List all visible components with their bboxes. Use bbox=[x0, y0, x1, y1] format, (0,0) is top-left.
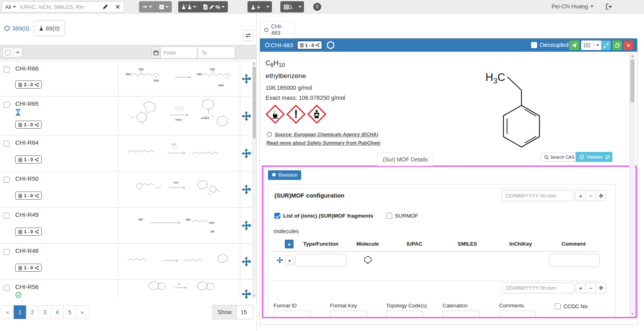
user-menu[interactable]: Pei-Chi Huang bbox=[551, 3, 594, 10]
list-item[interactable]: CHI-R48 1 - 0 bbox=[0, 243, 252, 279]
list-item[interactable]: CHI-R66 2 - 0 H3CCH3 CH3 H3CCH3 80% bbox=[0, 61, 252, 96]
comments-input[interactable] bbox=[499, 311, 536, 318]
delete-row-button[interactable]: x bbox=[286, 256, 294, 265]
report-edit-button[interactable]: % bbox=[200, 1, 228, 12]
row-checkbox[interactable] bbox=[4, 67, 10, 73]
scrollbar-thumb[interactable] bbox=[630, 59, 634, 103]
scroll-down-icon[interactable]: ▼ bbox=[630, 312, 635, 316]
surmof-date-input[interactable] bbox=[502, 283, 574, 293]
catenation-input[interactable] bbox=[443, 311, 479, 318]
add-entry-button[interactable]: + bbox=[576, 283, 586, 293]
page-5[interactable]: 5 bbox=[63, 305, 76, 319]
layout-options-button[interactable] bbox=[602, 152, 612, 162]
clear-search-button[interactable]: ✕ bbox=[112, 2, 124, 12]
close-button[interactable]: ✕ bbox=[624, 40, 633, 50]
move-entry-button[interactable] bbox=[596, 190, 606, 201]
date-from-input[interactable] bbox=[160, 46, 197, 59]
page-4[interactable]: 4 bbox=[51, 305, 64, 319]
scroll-down-icon[interactable]: ▼ bbox=[252, 294, 256, 298]
search-cas-button[interactable]: Search CAS bbox=[541, 153, 578, 161]
type-function-input[interactable] bbox=[295, 254, 346, 267]
ccdc-checkbox[interactable] bbox=[555, 303, 561, 309]
page-3[interactable]: 3 bbox=[38, 305, 51, 319]
add-sample-button[interactable]: + bbox=[248, 1, 264, 12]
topology-codes-input[interactable] bbox=[386, 311, 423, 318]
drag-handle[interactable] bbox=[240, 289, 252, 299]
mof-config-date-input[interactable] bbox=[502, 190, 574, 201]
add-entry-button[interactable]: + bbox=[576, 190, 586, 201]
comment-input[interactable] bbox=[549, 254, 600, 267]
date-filter-button[interactable] bbox=[151, 46, 160, 59]
revision-button[interactable]: Revision bbox=[268, 170, 301, 180]
analyses-badge[interactable]: 1 - 0 bbox=[15, 228, 42, 236]
select-all-dropdown[interactable] bbox=[13, 48, 22, 57]
format-key-input[interactable] bbox=[330, 311, 367, 318]
row-checkbox[interactable] bbox=[4, 141, 10, 147]
remove-entry-button[interactable]: − bbox=[586, 283, 596, 293]
add-sample-dropdown[interactable] bbox=[264, 1, 272, 12]
tab-reactions[interactable]: 389(0) bbox=[4, 25, 29, 32]
drag-handle[interactable] bbox=[240, 256, 252, 267]
detail-scrollbar[interactable]: ▲ ▼ bbox=[629, 53, 635, 317]
move-entry-button[interactable] bbox=[596, 283, 606, 293]
viewer-button[interactable]: Viewer bbox=[576, 152, 606, 162]
barcode-scan-button[interactable] bbox=[280, 1, 296, 12]
analyses-badge[interactable]: 1 - 0 bbox=[15, 121, 42, 129]
list-item[interactable]: CHI-R50 1 - 0 O O bbox=[0, 171, 252, 207]
analyses-badge[interactable]: 2 - 0 bbox=[15, 81, 42, 89]
drag-handle[interactable] bbox=[240, 220, 252, 231]
analyses-badge[interactable]: 1 - 0 bbox=[15, 192, 42, 200]
drag-handle[interactable] bbox=[240, 111, 252, 122]
fragments-checkbox[interactable] bbox=[274, 213, 280, 219]
pubchem-safety-link[interactable]: Read more about Safety Summary from PubC… bbox=[266, 139, 380, 146]
page-1[interactable]: 1 bbox=[14, 305, 26, 319]
page-prev[interactable]: « bbox=[1, 305, 14, 319]
analyses-badge[interactable]: 1 - 0 bbox=[15, 264, 42, 272]
edit-search-button[interactable] bbox=[99, 2, 112, 12]
row-drag-handle[interactable] bbox=[276, 256, 284, 264]
list-item[interactable]: CHI-R49 1 - 0 H2 H3C CH3 0% bbox=[0, 207, 252, 243]
remove-entry-button[interactable]: − bbox=[586, 190, 596, 201]
list-item[interactable]: CHI-R56 o bbox=[0, 279, 252, 299]
surmof-checkbox[interactable] bbox=[386, 213, 392, 219]
tab-mof-details-active[interactable]: (Sur) MOF Details bbox=[377, 153, 433, 166]
list-scrollbar[interactable]: ▲ ▼ bbox=[252, 61, 256, 299]
list-options-button[interactable] bbox=[243, 30, 254, 41]
format-id-input[interactable] bbox=[274, 311, 310, 318]
scroll-up-icon[interactable]: ▲ bbox=[252, 62, 256, 65]
page-next[interactable]: » bbox=[76, 305, 89, 319]
select-all-checkbox[interactable] bbox=[5, 50, 10, 55]
drag-handle[interactable] bbox=[240, 184, 252, 195]
notification-count-badge[interactable]: 0 bbox=[313, 3, 321, 11]
row-checkbox[interactable] bbox=[4, 177, 10, 183]
tab-samples[interactable]: 69(0) bbox=[34, 20, 65, 36]
row-checkbox[interactable] bbox=[4, 213, 10, 219]
barcode-dropdown[interactable] bbox=[593, 40, 602, 50]
remove-from-collection-button[interactable] bbox=[156, 1, 172, 12]
decoupled-checkbox[interactable] bbox=[531, 42, 537, 48]
row-checkbox[interactable] bbox=[4, 102, 10, 108]
tab-sample-chi-483[interactable]: CHI-483 bbox=[260, 21, 295, 38]
page-size-input[interactable]: 15 bbox=[237, 305, 254, 319]
list-item[interactable]: CHI-R65 1 - 0 744 h O=S=O bbox=[0, 96, 252, 135]
move-to-collection-button[interactable] bbox=[139, 1, 156, 12]
row-checkbox[interactable] bbox=[4, 249, 10, 255]
sample-transfer-button[interactable] bbox=[178, 1, 200, 12]
copy-button[interactable] bbox=[612, 40, 622, 50]
molecule-structure-icon[interactable] bbox=[364, 256, 372, 264]
date-to-input[interactable] bbox=[198, 46, 235, 59]
select-all-split-button[interactable] bbox=[2, 48, 22, 57]
drag-handle[interactable] bbox=[240, 73, 252, 85]
sign-out-button[interactable] bbox=[606, 3, 612, 10]
send-button[interactable] bbox=[569, 40, 580, 50]
scan-dropdown[interactable] bbox=[296, 1, 304, 12]
list-item[interactable]: CHI-R64 1 - 0 O O bbox=[0, 135, 252, 171]
page-2[interactable]: 2 bbox=[26, 305, 39, 319]
row-checkbox[interactable] bbox=[4, 285, 10, 291]
drag-handle[interactable] bbox=[240, 148, 252, 159]
print-barcode-split-button[interactable] bbox=[581, 40, 602, 50]
scrollbar-thumb[interactable] bbox=[253, 67, 256, 139]
structure-search-input[interactable] bbox=[17, 2, 99, 12]
analyses-badge[interactable]: 1 - 0 bbox=[297, 41, 322, 49]
scroll-up-icon[interactable]: ▲ bbox=[630, 54, 635, 58]
